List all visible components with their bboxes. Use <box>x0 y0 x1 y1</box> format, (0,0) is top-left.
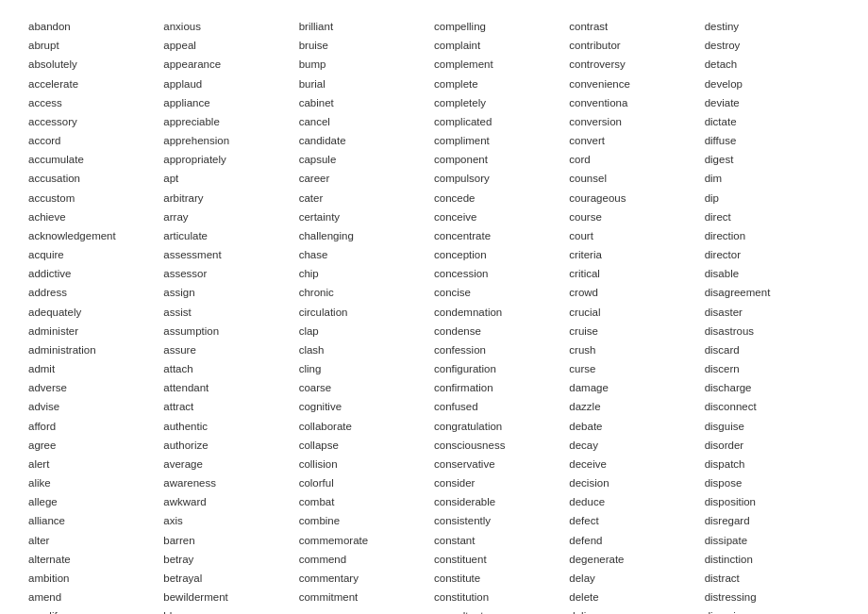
word-item: collision <box>299 456 434 473</box>
word-item: certainty <box>299 209 434 225</box>
word-item: director <box>705 247 840 263</box>
word-item: collapse <box>299 438 434 454</box>
word-item: configuration <box>434 361 569 377</box>
word-item: access <box>28 95 163 111</box>
word-item: concentrate <box>434 228 569 244</box>
word-item: commitment <box>299 589 434 606</box>
word-item: discharge <box>705 380 840 396</box>
word-item: cabinet <box>299 95 434 111</box>
word-item: common <box>299 608 434 614</box>
word-item: apt <box>163 171 298 187</box>
word-item: disregard <box>705 513 840 529</box>
word-item: complicated <box>434 114 569 130</box>
word-item: addictive <box>28 266 163 282</box>
word-item: distressing <box>705 589 840 606</box>
word-item: cognitive <box>299 399 434 415</box>
word-item: appreciable <box>163 114 298 130</box>
word-item: blame <box>163 608 298 614</box>
word-item: array <box>163 209 298 225</box>
word-item: agree <box>28 438 163 454</box>
word-item: delete <box>569 589 704 606</box>
word-item: barren <box>163 533 298 549</box>
word-item: appeal <box>163 38 298 54</box>
word-item: destiny <box>705 19 840 35</box>
word-item: curse <box>569 361 704 377</box>
word-item: awareness <box>163 475 298 491</box>
word-item: appliance <box>163 95 298 111</box>
word-item: accusation <box>28 171 163 187</box>
word-item: abrupt <box>28 38 163 54</box>
word-item: condense <box>434 324 569 340</box>
word-item: contributor <box>569 38 704 54</box>
word-item: authentic <box>163 419 298 435</box>
word-item: cruise <box>569 324 704 340</box>
word-item: attendant <box>163 380 298 396</box>
word-item: develop <box>705 76 840 92</box>
word-item: constant <box>434 533 569 549</box>
word-item: delay <box>569 571 704 587</box>
word-item: component <box>434 152 569 168</box>
word-item: bruise <box>299 38 434 54</box>
word-item: commend <box>299 552 434 568</box>
word-item: axis <box>163 513 298 529</box>
word-item: convenience <box>569 76 704 92</box>
word-item: acknowledgement <box>28 228 163 244</box>
word-item: cling <box>299 361 434 377</box>
word-item: course <box>569 209 704 225</box>
column-0: abandonabruptabsolutelyaccelerateaccessa… <box>28 19 163 614</box>
word-item: ambition <box>28 571 163 587</box>
word-item: disguise <box>705 419 840 435</box>
word-item: assumption <box>163 324 298 340</box>
word-item: betray <box>163 552 298 568</box>
word-item: compulsory <box>434 171 569 187</box>
word-item: articulate <box>163 228 298 244</box>
word-item: dispose <box>705 475 840 491</box>
word-item: convert <box>569 133 704 149</box>
word-item: constitution <box>434 589 569 606</box>
word-item: degenerate <box>569 552 704 568</box>
word-item: challenging <box>299 228 434 244</box>
word-item: circulation <box>299 305 434 321</box>
word-item: appearance <box>163 57 298 73</box>
word-item: debate <box>569 419 704 435</box>
word-item: direction <box>705 228 840 244</box>
word-item: complaint <box>434 38 569 54</box>
word-item: consultant <box>434 608 569 614</box>
word-item: commentary <box>299 571 434 587</box>
word-item: commemorate <box>299 533 434 549</box>
word-item: accumulate <box>28 152 163 168</box>
word-item: bewilderment <box>163 589 298 606</box>
word-item: clash <box>299 342 434 358</box>
word-item: accustom <box>28 191 163 207</box>
word-item: betrayal <box>163 571 298 587</box>
word-item: condemnation <box>434 305 569 321</box>
word-item: afford <box>28 419 163 435</box>
word-item: collaborate <box>299 419 434 435</box>
word-item: distinction <box>705 552 840 568</box>
word-item: defend <box>569 533 704 549</box>
word-item: awkward <box>163 494 298 510</box>
word-item: alter <box>28 533 163 549</box>
word-item: advise <box>28 399 163 415</box>
word-item: combat <box>299 494 434 510</box>
word-item: disposition <box>705 494 840 510</box>
word-item: deceive <box>569 456 704 473</box>
word-item: average <box>163 456 298 473</box>
word-item: deliver <box>569 608 704 614</box>
word-item: alike <box>28 475 163 491</box>
word-item: conceive <box>434 209 569 225</box>
word-item: accord <box>28 133 163 149</box>
word-item: assessment <box>163 247 298 263</box>
word-item: cord <box>569 152 704 168</box>
column-2: brilliantbruisebumpburialcabinetcancelca… <box>299 19 434 614</box>
word-item: crowd <box>569 285 704 301</box>
word-item: defect <box>569 513 704 529</box>
word-item: dip <box>705 191 840 207</box>
word-item: consider <box>434 475 569 491</box>
word-item: disorder <box>705 438 840 454</box>
word-item: criteria <box>569 247 704 263</box>
word-item: contrast <box>569 19 704 35</box>
word-item: chase <box>299 247 434 263</box>
word-item: attract <box>163 399 298 415</box>
word-item: confused <box>434 399 569 415</box>
